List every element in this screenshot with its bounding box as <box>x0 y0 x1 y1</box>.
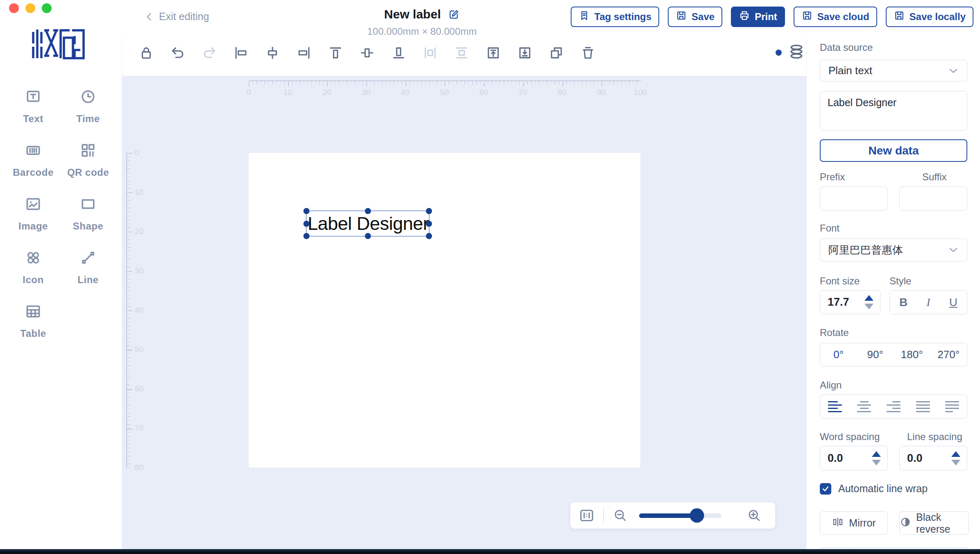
lock-icon <box>138 45 154 62</box>
word-spacing-input[interactable]: 0.0 <box>820 446 888 470</box>
selected-text-element[interactable]: Label Designer <box>306 211 429 236</box>
sidebar-tool-shape[interactable]: Shape <box>61 185 116 239</box>
sidebar-tool-text[interactable]: Text <box>6 78 61 132</box>
sidebar-tool-time[interactable]: Time <box>61 78 116 132</box>
suffix-input[interactable] <box>899 186 967 211</box>
word-spacing-label: Word spacing <box>820 431 880 443</box>
exit-editing-label: Exit editing <box>159 11 209 23</box>
line-spacing-input[interactable]: 0.0 <box>899 446 967 470</box>
font-select[interactable]: 阿里巴巴普惠体 <box>820 238 967 261</box>
italic-button[interactable]: I <box>926 296 930 309</box>
sidebar-tool-table[interactable]: Table <box>6 293 61 346</box>
redo-button <box>193 42 225 66</box>
align-text-left-button[interactable] <box>820 401 850 412</box>
align-text-center-button[interactable] <box>850 401 879 412</box>
close-window-button[interactable] <box>9 3 19 13</box>
ruler-h-label: 30 <box>362 88 370 97</box>
prefix-input[interactable] <box>820 186 888 211</box>
tag-settings-button[interactable]: Tag settings <box>571 7 660 27</box>
underline-button[interactable]: U <box>949 296 957 309</box>
maximize-window-button[interactable] <box>42 3 52 13</box>
table-icon <box>24 302 42 322</box>
selection-handle[interactable] <box>426 208 432 214</box>
auto-wrap-row[interactable]: Automatic line wrap <box>820 483 928 495</box>
lock-button[interactable] <box>130 42 162 66</box>
selection-handle[interactable] <box>304 233 310 239</box>
selection-handle[interactable] <box>304 220 310 227</box>
button-label: Tag settings <box>594 11 652 23</box>
save-cloud-button[interactable]: Save cloud <box>794 7 877 27</box>
exit-editing-button[interactable]: Exit editing <box>144 11 209 23</box>
selection-handle[interactable] <box>426 220 432 227</box>
align-text-right-button[interactable] <box>879 401 908 412</box>
align-right-button[interactable] <box>288 42 320 66</box>
black-reverse-button[interactable]: Black reverse <box>899 511 969 535</box>
align-left-button[interactable] <box>225 42 256 66</box>
label-dimensions: 100.000mm × 80.000mm <box>340 26 504 37</box>
align-text-justify-left-button[interactable] <box>937 401 967 412</box>
bold-button[interactable]: B <box>899 296 907 309</box>
mirror-button[interactable]: Mirror <box>820 511 888 535</box>
sidebar-tool-barcode[interactable]: Barcode <box>6 132 61 185</box>
send-to-back-button[interactable] <box>509 42 540 66</box>
save-button[interactable]: Save <box>668 7 722 27</box>
font-size-input[interactable]: 17.7 <box>820 290 880 314</box>
actual-size-button[interactable] <box>578 507 595 524</box>
stepper-up-icon[interactable] <box>864 295 873 301</box>
ruler-h-label: 10 <box>284 88 292 97</box>
align-middle-vertical-button[interactable] <box>351 42 383 66</box>
align-center-h-icon <box>265 45 280 62</box>
rotate-option-180deg[interactable]: 180° <box>894 348 930 361</box>
selection-handle[interactable] <box>365 208 371 214</box>
zoom-in-button[interactable] <box>747 508 762 523</box>
selection-handle[interactable] <box>365 233 371 239</box>
selection-handle[interactable] <box>304 208 310 214</box>
rotate-option-0deg[interactable]: 0° <box>820 348 857 361</box>
font-size-stepper[interactable] <box>864 295 873 309</box>
duplicate-button[interactable] <box>540 42 572 66</box>
stepper-up-icon[interactable] <box>872 451 881 457</box>
auto-wrap-label: Automatic line wrap <box>838 483 928 495</box>
sidebar-tool-line[interactable]: Line <box>61 239 116 293</box>
word-spacing-stepper[interactable] <box>872 451 881 465</box>
rotate-option-270deg[interactable]: 270° <box>930 348 967 361</box>
new-data-button[interactable]: New data <box>820 139 967 162</box>
database-icon <box>787 43 805 62</box>
edit-title-icon[interactable] <box>448 9 460 22</box>
data-source-indicator[interactable] <box>776 43 805 62</box>
content-textarea[interactable]: Label Designer <box>820 91 967 131</box>
auto-wrap-checkbox[interactable] <box>820 483 831 495</box>
sidebar-tool-icon[interactable]: Icon <box>6 239 61 293</box>
canvas-text[interactable]: Label Designer <box>308 213 429 234</box>
align-bottom-button[interactable] <box>383 42 414 66</box>
print-button[interactable]: Print <box>731 7 785 27</box>
data-source-select[interactable]: Plain text <box>820 60 967 82</box>
minimize-window-button[interactable] <box>25 3 35 13</box>
sidebar-tool-image[interactable]: Image <box>6 185 61 239</box>
ruler-h-label: 90 <box>597 88 606 97</box>
align-text-justify-button[interactable] <box>908 401 938 412</box>
stepper-down-icon[interactable] <box>872 460 881 465</box>
delete-button[interactable] <box>572 42 603 66</box>
selection-handle[interactable] <box>426 233 432 239</box>
zoom-out-button[interactable] <box>613 508 628 523</box>
zoom-slider[interactable] <box>639 513 721 518</box>
ruler-h-label: 60 <box>479 88 488 97</box>
sidebar-tool-qr-code[interactable]: QR code <box>61 132 116 185</box>
line-spacing-stepper[interactable] <box>951 451 960 465</box>
undo-button[interactable] <box>162 42 193 66</box>
save-locally-button[interactable]: Save locally <box>886 7 973 27</box>
button-label: Save <box>692 11 715 23</box>
stepper-up-icon[interactable] <box>951 451 960 457</box>
zoom-slider-thumb[interactable] <box>690 508 704 522</box>
label-designer-app: Exit editing New label 100.000mm × 80.00… <box>0 0 980 554</box>
stepper-down-icon[interactable] <box>864 304 873 309</box>
rotate-option-90deg[interactable]: 90° <box>857 348 894 361</box>
stepper-down-icon[interactable] <box>951 460 960 465</box>
align-top-button[interactable] <box>320 42 351 66</box>
new-data-label: New data <box>869 144 919 157</box>
bring-to-front-button[interactable] <box>477 42 509 66</box>
label-page[interactable] <box>249 153 640 468</box>
align-center-horizontal-button[interactable] <box>256 42 288 66</box>
ruler-v-label: 30 <box>135 266 143 275</box>
